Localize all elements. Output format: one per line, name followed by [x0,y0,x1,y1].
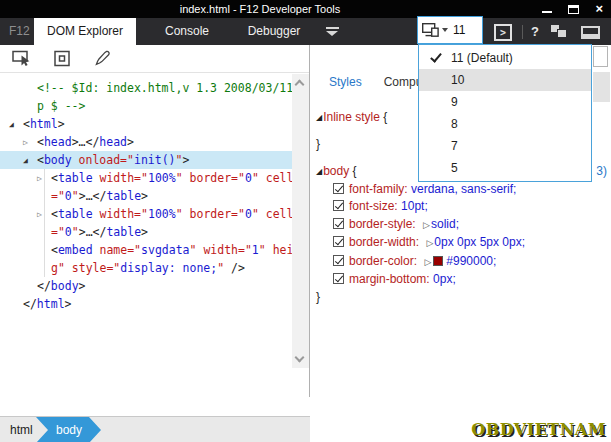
styles-scrollbar-button[interactable] [593,46,608,67]
style-property-row: border-color: ▷#990000; [316,253,595,272]
expand-arrow-icon[interactable]: ▷ [424,257,431,267]
property-value[interactable]: #990000; [446,254,496,268]
property-checkbox[interactable] [333,255,344,266]
dropdown-item-7[interactable]: 7 [419,135,591,157]
rule-selector[interactable]: body [323,164,349,178]
property-checkbox[interactable] [333,200,344,211]
code-token: =" [120,153,134,167]
dom-tree-line[interactable]: ▷<head>…</head> [0,133,292,151]
open-console-button[interactable]: > [494,24,512,41]
property-value[interactable]: 0px 0px 5px 0px; [434,235,525,249]
code-token: > [58,117,65,131]
minimize-icon[interactable] [542,11,552,13]
dom-tree-line[interactable]: </html> [0,295,292,313]
dropdown-item-5[interactable]: 5 [419,157,591,179]
dropdown-item-10[interactable]: 10 [419,69,591,91]
dom-tree-line[interactable]: </body> [0,277,292,295]
code-token: < [51,243,58,257]
window-controls: × [542,0,603,18]
dropdown-item-11-default-[interactable]: 11 (Default) [419,47,591,69]
code-token: 100% [148,207,176,221]
main-tab-bar: F12 DOM Explorer Console Debugger > ? [0,18,611,45]
property-value[interactable]: verdana, sans-serif; [411,182,516,196]
code-token: cell [259,171,292,185]
status-bar: html body OBDVIETNAM [0,416,611,442]
more-tabs-icon[interactable] [326,27,339,36]
collapse-arrow-icon[interactable]: ◢ [9,116,23,134]
collapse-arrow-icon[interactable]: ◢ [23,152,37,170]
close-icon[interactable]: × [595,0,603,18]
property-name[interactable]: border-width: [349,235,422,249]
collapse-arrow-icon[interactable]: ◢ [316,113,322,122]
target-window-icon[interactable] [551,25,569,39]
code-token: embed [58,243,93,257]
expand-arrow-icon[interactable]: ▷ [426,238,433,248]
property-checkbox[interactable] [333,273,344,284]
help-button[interactable]: ? [531,22,539,41]
code-token: table [106,225,141,239]
dropdown-item-8[interactable]: 8 [419,113,591,135]
code-token: =" [134,207,148,221]
maximize-icon[interactable] [568,5,579,14]
target-window-square-front [557,29,567,38]
code-token: p $ --> [37,99,85,113]
expand-arrow-icon[interactable]: ▷ [423,220,430,230]
dom-tree-line[interactable]: <!-- $Id: index.html,v 1.3 2008/03/11 0 [0,79,292,97]
property-name[interactable]: margin-bottom: [349,272,433,286]
dom-tree-line[interactable]: p $ --> [0,97,292,115]
code-token: < [37,153,44,167]
dock-unpin-icon[interactable] [581,26,600,39]
code-token: border [183,171,231,185]
code-token: > [79,279,86,293]
code-token: " [176,207,183,221]
scroll-up-icon[interactable] [295,80,305,90]
style-property-row: font-family: verdana, sans-serif; [316,181,595,199]
code-token: 1 [252,243,259,257]
tab-debugger[interactable]: Debugger [236,18,312,45]
expand-arrow-icon[interactable]: ▷ [23,134,37,152]
code-token: width [196,243,238,257]
breadcrumb-item-html[interactable]: html [10,417,33,442]
code-token: svgdata [141,243,189,257]
select-element-icon[interactable] [12,50,34,67]
rule-selector[interactable]: Inline style [323,110,380,124]
property-value[interactable]: 0px; [433,272,456,286]
property-value[interactable]: solid; [431,217,459,231]
dropdown-item-9[interactable]: 9 [419,91,591,113]
breadcrumb-item-body[interactable]: body [36,417,101,442]
tab-styles[interactable]: Styles [329,75,362,89]
dom-tree-line[interactable]: ◢<html> [0,115,292,133]
f12-menu[interactable]: F12 [9,18,30,45]
code-token: html [37,297,65,311]
property-name[interactable]: border-color: [349,254,420,268]
code-token: " [72,189,79,203]
tab-console[interactable]: Console [152,18,222,45]
property-name[interactable]: border-style: [349,217,419,231]
f12-devtools-window: index.html - F12 Developer Tools × F12 D… [0,0,611,442]
breadcrumb: html body [0,416,310,442]
document-mode-selector[interactable]: 11 [417,16,483,44]
dom-tree-line[interactable]: ◢<body onload="init()"> [0,151,292,169]
property-name[interactable]: font-family: [349,182,411,196]
code-token: head [99,135,127,149]
code-token: /> [224,261,245,275]
styles-scrollbar-thumb[interactable] [593,72,610,102]
tab-dom-explorer[interactable]: DOM Explorer [34,18,136,45]
color-swatch [433,256,443,266]
code-token: > [182,153,189,167]
collapse-arrow-icon[interactable]: ◢ [316,167,322,176]
property-name[interactable]: font-size: [349,199,401,213]
property-value[interactable]: 10pt; [401,199,428,213]
vertical-scrollbar[interactable] [292,74,309,368]
color-picker-icon[interactable] [92,50,110,68]
rule-source-link[interactable]: 3) [596,163,607,181]
property-checkbox[interactable] [333,183,344,194]
document-mode-dropdown: 11 (Default)109875 [418,44,592,182]
element-highlight-icon[interactable] [54,50,72,68]
property-checkbox[interactable] [333,218,344,229]
code-token: 0 [245,207,252,221]
code-token: =" [231,171,245,185]
property-checkbox[interactable] [333,236,344,247]
code-token: " [252,207,259,221]
scroll-down-icon[interactable] [295,353,305,363]
